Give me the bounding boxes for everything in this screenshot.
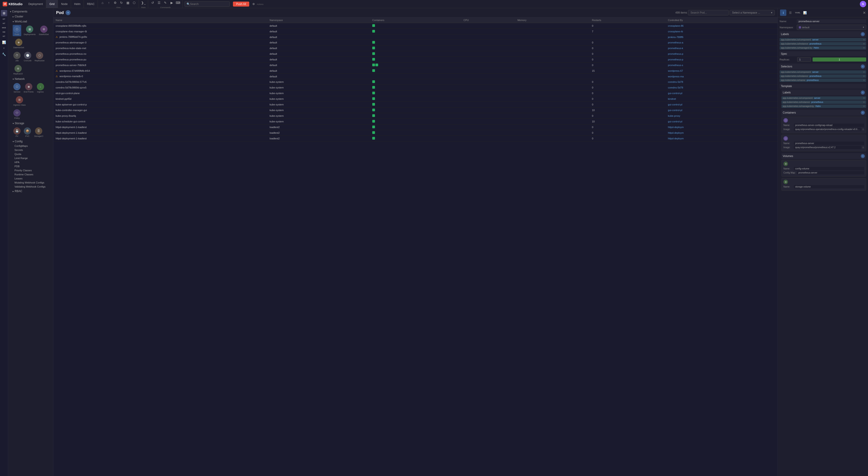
sidebar-item-ingress-class[interactable]: ⊞ Ingress Class: [13, 95, 27, 107]
sidebar-item-runtime-classes[interactable]: Runtime Classes: [8, 172, 53, 176]
selectors-section-header[interactable]: Selectors +: [780, 64, 866, 69]
search-input[interactable]: [190, 2, 226, 6]
label-remove-3[interactable]: ✕: [863, 47, 865, 49]
containers-section-header[interactable]: Containers +: [781, 110, 866, 116]
tab-rbac[interactable]: RBAC: [84, 0, 98, 8]
sidebar-item-replicaset[interactable]: ⬡ ReplicaSet: [34, 51, 45, 62]
table-row[interactable]: httpd-deployment-1-loadtest loadtest2 0 …: [53, 136, 778, 141]
cluster-header[interactable]: ▸ Cluster: [8, 14, 53, 19]
sidebar-item-storagecl[interactable]: 🗄 StorageCl: [33, 127, 44, 138]
template-labels-add-button[interactable]: +: [861, 90, 865, 95]
panel-namespace-dropdown[interactable]: default ▾: [797, 25, 866, 30]
sidebar-item-endpoints[interactable]: ◉ End Points: [23, 82, 34, 94]
view-icon-refresh[interactable]: ↻: [119, 0, 124, 5]
table-row[interactable]: coredns-5d78c9869d-qznx5 kube-system 0 c…: [53, 85, 778, 90]
table-row[interactable]: kindnet-pp45d kube-system 0 kindnet: [53, 96, 778, 102]
label-remove-1[interactable]: ✕: [863, 38, 865, 41]
spec-section-header[interactable]: Spec: [780, 51, 866, 56]
panel-tab-list[interactable]: ☰: [787, 9, 794, 16]
replicas-input[interactable]: [797, 57, 811, 62]
sidebar-icon-kt2[interactable]: KT: [1, 22, 7, 25]
table-row[interactable]: kube-scheduler-gui-control- kube-system …: [53, 119, 778, 124]
view-icon-upload[interactable]: ↑: [106, 0, 112, 5]
storage-header[interactable]: ▾ Storage: [8, 121, 53, 126]
search-pod-input[interactable]: [688, 10, 729, 16]
selector-remove-3[interactable]: ✕: [863, 79, 865, 82]
table-row[interactable]: prometheus-prometheus-no default 0 prome…: [53, 51, 778, 57]
table-row[interactable]: kube-controller-manager-gui kube-system …: [53, 108, 778, 113]
sidebar-icon-chart[interactable]: 📊: [1, 39, 7, 46]
labels-section-header[interactable]: Labels +: [780, 31, 866, 37]
table-row[interactable]: prometheus-server-7fdb9c8 default 0 prom…: [53, 62, 778, 68]
table-row[interactable]: prometheus-alertmanager-0 default 0 prom…: [53, 40, 778, 46]
sidebar-item-limit-range[interactable]: Limit Range: [8, 156, 53, 160]
cmd-icon-code[interactable]: ⌨: [175, 0, 181, 5]
table-row[interactable]: ⚠ wordpress-mariadb-0 default wordpress-…: [53, 74, 778, 79]
sidebar-item-priority-classes[interactable]: Priority Classes: [8, 168, 53, 172]
namespace-selector[interactable]: Select a Namespace ... ▾: [730, 10, 775, 16]
sidebar-item-quota[interactable]: Quota: [8, 152, 53, 156]
cmd-icon-3[interactable]: ✎: [163, 0, 168, 5]
table-row[interactable]: ⚠ jenkins-788ff6dd74-gs9lx default jenki…: [53, 34, 778, 40]
close-panel-button[interactable]: ✕: [863, 11, 866, 15]
view-icon-plugin[interactable]: ⬡: [131, 0, 137, 5]
template-labels-header[interactable]: Labels +: [781, 90, 866, 95]
sidebar-icon-kkd[interactable]: KKD: [1, 26, 7, 29]
tmpl-label-remove-2[interactable]: ✕: [863, 101, 865, 103]
sidebar-item-leases[interactable]: Leases: [8, 176, 53, 181]
tab-deployment[interactable]: Deployment: [25, 0, 46, 8]
sidebar-item-secrets[interactable]: Secrets: [8, 148, 53, 152]
tab-grid[interactable]: Grid: [46, 0, 58, 8]
sidebar-item-replicactl[interactable]: ⊛ ReplicaCtl: [13, 64, 23, 76]
view-icon-home[interactable]: ⌂: [100, 0, 105, 5]
workload-header[interactable]: ▾ WorkLoad: [8, 19, 53, 24]
table-row[interactable]: etcd-gui-control-plane kube-system 0 gui…: [53, 90, 778, 96]
table-row[interactable]: kube-proxy-8sw4q kube-system 0 kube-prox…: [53, 113, 778, 119]
sidebar-item-pv[interactable]: 💾 PV: [13, 127, 21, 138]
global-search[interactable]: 🔍: [185, 1, 230, 7]
table-row[interactable]: prometheus-prometheus-pu default 0 prome…: [53, 57, 778, 62]
selectors-add-button[interactable]: +: [861, 64, 865, 68]
sidebar-item-deployments[interactable]: ▦ Deployments: [23, 25, 36, 36]
tab-node[interactable]: Node: [58, 0, 71, 8]
selector-remove-1[interactable]: ✕: [863, 71, 865, 73]
sidebar-item-validating-webhook[interactable]: Validating Webhook Configs: [8, 185, 53, 189]
template-section-header[interactable]: Template: [780, 84, 866, 89]
sidebar-item-pvc[interactable]: 📦 PVC: [23, 127, 32, 138]
sidebar-item-ingress[interactable]: ↓ Ingress: [36, 82, 45, 94]
selector-remove-2[interactable]: ✕: [863, 75, 865, 78]
sidebar-item-daemonset[interactable]: ◈ DaemonSet: [13, 38, 25, 49]
actions-icon[interactable]: ⚙: [251, 1, 257, 7]
cmd-icon-2[interactable]: ☰: [156, 0, 162, 5]
sidebar-icon-grid[interactable]: ⊞: [1, 10, 7, 16]
tmpl-label-remove-1[interactable]: ✕: [863, 97, 865, 99]
tab-helm[interactable]: Helm: [71, 0, 84, 8]
sidebar-icon-t[interactable]: T: [1, 47, 7, 50]
container-1-copy-icon[interactable]: ⎘: [863, 128, 864, 131]
table-row[interactable]: crossplane-8655f88dfb-nj8s default 0 cro…: [53, 23, 778, 29]
main-icon-terminal[interactable]: ❯_: [141, 0, 146, 5]
sidebar-item-job[interactable]: ⏱ Job: [13, 51, 21, 62]
panel-tab-info[interactable]: ℹ: [780, 9, 786, 16]
sidebar-item-service[interactable]: ⬡ Service: [13, 82, 21, 94]
cmd-icon-terminal[interactable]: ▶: [169, 0, 174, 5]
table-row[interactable]: prometheus-kube-state-met default 0 prom…: [53, 46, 778, 51]
table-row[interactable]: kube-apiserver-gui-control-p kube-system…: [53, 102, 778, 108]
panel-tab-yaml[interactable]: YAML: [795, 9, 801, 16]
sidebar-icon-kt1[interactable]: KT: [1, 18, 7, 21]
containers-add-button[interactable]: +: [861, 111, 865, 115]
table-row[interactable]: crossplane-rbac-manager-6t default 7 cro…: [53, 29, 778, 34]
sidebar-item-pods[interactable]: ⬡ Pods: [13, 25, 21, 36]
user-avatar[interactable]: G: [860, 1, 866, 7]
components-header[interactable]: ▾ Components: [8, 9, 53, 14]
table-row[interactable]: coredns-5d78c9869d-577v6 kube-system 0 c…: [53, 79, 778, 85]
view-icon-settings[interactable]: ⚙: [113, 0, 118, 5]
sidebar-icon-kd[interactable]: KD: [1, 31, 7, 33]
label-remove-2[interactable]: ✕: [863, 42, 865, 45]
sidebar-item-configmaps[interactable]: ConfigMaps: [8, 144, 53, 148]
volumes-add-button[interactable]: +: [861, 154, 865, 158]
add-pod-button[interactable]: +: [66, 10, 70, 15]
sidebar-item-cronjob[interactable]: 🕐 CronJob: [23, 51, 32, 62]
volumes-section-header[interactable]: Volumes +: [781, 153, 866, 159]
panel-tab-chart[interactable]: 📊: [802, 9, 808, 16]
